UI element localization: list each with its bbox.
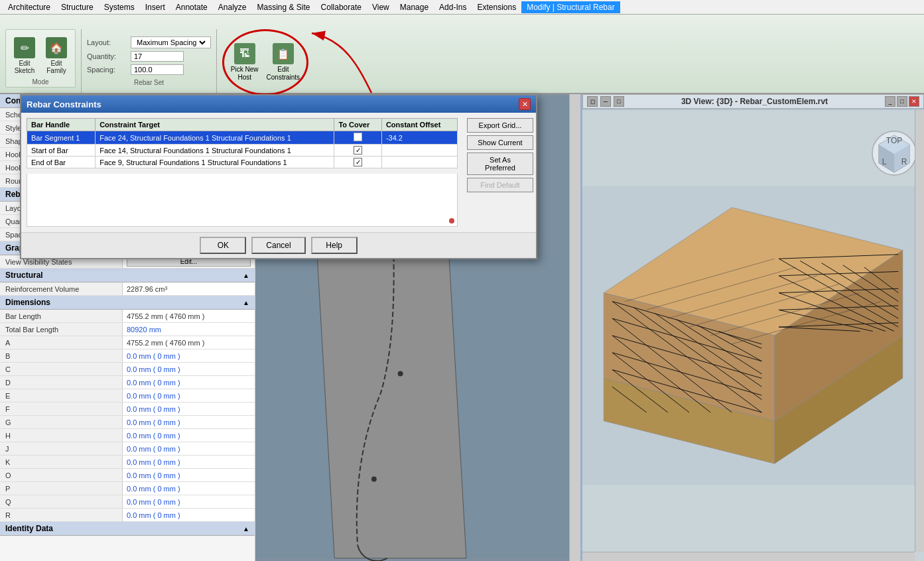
prop-value: 2287.96 cm³ (123, 282, 255, 295)
checkbox[interactable] (354, 133, 362, 141)
cell-constraint-target: Face 14, Structural Foundations 1 Struct… (96, 145, 334, 156)
ok-button[interactable]: OK (200, 237, 246, 254)
edit-sketch-button[interactable]: ✏ EditSketch (10, 35, 39, 76)
menu-view[interactable]: View (367, 1, 395, 13)
view-3d-content[interactable]: TOP L R (582, 110, 924, 561)
edit-constraints-label: EditConstraints (267, 66, 300, 82)
menu-structure[interactable]: Structure (56, 1, 99, 13)
dialog-table-content: Bar Handle Constraint Target To Cover Co… (21, 113, 463, 232)
menu-bar: Architecture Structure Systems Insert An… (0, 0, 924, 15)
prop-row: F0.0 mm ( 0 mm ) (0, 403, 255, 416)
menu-insert[interactable]: Insert (140, 1, 170, 13)
menu-collaborate[interactable]: Collaborate (316, 1, 367, 13)
col-constant-offset: Constant Offset (381, 119, 457, 131)
checkbox[interactable] (354, 146, 362, 155)
view-3d-min-btn[interactable]: _ (885, 96, 895, 107)
viewport-scrollbar-2d[interactable] (569, 94, 578, 561)
prop-value: 0.0 mm ( 0 mm ) (123, 509, 255, 521)
prop-row: D0.0 mm ( 0 mm ) (0, 376, 255, 389)
dialog-inner-layout: Bar Handle Constraint Target To Cover Co… (21, 113, 536, 232)
host-panel: 🏗 Pick NewHost 📋 EditConstraints (222, 29, 308, 95)
spacing-value[interactable]: 100.0 (131, 64, 184, 75)
export-grid-button[interactable]: Export Grid... (467, 118, 533, 133)
menu-modify-structural-rebar[interactable]: Modify | Structural Rebar (521, 1, 620, 13)
prop-row: Total Bar Length80920 mm (0, 323, 255, 336)
prop-row: A4755.2 mm ( 4760 mm ) (0, 336, 255, 349)
rebar-set-group-label: Rebar Set (87, 79, 211, 86)
col-bar-handle: Bar Handle (27, 119, 96, 131)
table-row[interactable]: Start of BarFace 14, Structural Foundati… (27, 145, 458, 156)
edit-sketch-label: EditSketch (15, 60, 35, 74)
view-3d-maximize-button[interactable]: □ (614, 96, 624, 107)
prop-label: P (0, 482, 123, 495)
prop-value: 0.0 mm ( 0 mm ) (123, 376, 255, 389)
menu-addins[interactable]: Add-Ins (434, 1, 472, 13)
prop-label: J (0, 442, 123, 455)
edit-family-button[interactable]: 🏠 EditFamily (42, 35, 71, 76)
ribbon: ✏ EditSketch 🏠 EditFamily Mode Layout: M… (0, 15, 924, 94)
view-3d-max-btn[interactable]: □ (897, 96, 907, 107)
menu-architecture[interactable]: Architecture (3, 1, 56, 13)
dialog-titlebar: Rebar Constraints ✕ (21, 95, 536, 113)
edit-constraints-button[interactable]: 📋 EditConstraints (264, 40, 303, 84)
view-3d-panel: ◻ ─ □ 3D View: {3D} - Rebar_CustomElem.r… (582, 94, 924, 561)
section-header-identity-data[interactable]: Identity Data▲ (0, 522, 255, 536)
prop-label: E (0, 389, 123, 402)
menu-massing[interactable]: Massing & Site (252, 1, 316, 13)
spacing-label: Spacing: (87, 66, 127, 74)
cell-to-cover[interactable] (334, 131, 381, 145)
layout-value[interactable]: Maximum Spacing (131, 36, 211, 48)
table-row[interactable]: Bar Segment 1Face 24, Structural Foundat… (27, 131, 458, 145)
quantity-row: Quantity: 17 (87, 51, 211, 62)
edit-sketch-icon: ✏ (14, 37, 35, 58)
section-header-dimensions[interactable]: Dimensions▲ (0, 296, 255, 310)
constraint-table: Bar Handle Constraint Target To Cover Co… (27, 118, 458, 168)
layout-select[interactable]: Maximum Spacing (134, 38, 208, 47)
view-cube[interactable]: TOP L R (871, 130, 911, 170)
cell-bar-handle: Bar Segment 1 (27, 131, 96, 145)
view-3d-minimize-button[interactable]: ─ (600, 96, 611, 107)
cancel-button[interactable]: Cancel (251, 237, 305, 254)
section-header-structural[interactable]: Structural▲ (0, 269, 255, 282)
prop-label: Total Bar Length (0, 323, 123, 336)
view-3d-scrollbar-vertical[interactable] (915, 110, 924, 552)
pick-new-host-icon: 🏗 (234, 43, 255, 64)
menu-annotate[interactable]: Annotate (170, 1, 213, 13)
prop-value: 0.0 mm ( 0 mm ) (123, 416, 255, 428)
prop-label: R (0, 509, 123, 521)
menu-manage[interactable]: Manage (395, 1, 434, 13)
prop-row: Reinforcement Volume2287.96 cm³ (0, 282, 255, 296)
prop-value: 0.0 mm ( 0 mm ) (123, 482, 255, 495)
prop-value: 4755.2 mm ( 4760 mm ) (123, 310, 255, 322)
prop-row: C0.0 mm ( 0 mm ) (0, 363, 255, 376)
rebar-constraints-dialog: Rebar Constraints ✕ Bar Handle Constrain… (20, 94, 537, 259)
cell-bar-handle: Start of Bar (27, 145, 96, 156)
menu-analyze[interactable]: Analyze (213, 1, 252, 13)
help-button[interactable]: Help (311, 237, 358, 254)
menu-extensions[interactable]: Extensions (472, 1, 521, 13)
prop-label: C (0, 363, 123, 375)
menu-systems[interactable]: Systems (99, 1, 140, 13)
view-3d-scrollbar-horizontal[interactable] (582, 552, 915, 561)
prop-label: B (0, 349, 123, 362)
prop-label: G (0, 416, 123, 428)
dialog-close-button[interactable]: ✕ (519, 98, 531, 110)
view-3d-close-btn[interactable]: ✕ (909, 96, 919, 107)
checkbox[interactable] (354, 158, 362, 166)
dialog-table-area: Bar Handle Constraint Target To Cover Co… (21, 113, 463, 232)
view-3d-title: 3D View: {3D} - Rebar_CustomElem.rvt (681, 97, 828, 106)
view-3d-restore-button[interactable]: ◻ (587, 96, 598, 107)
table-row[interactable]: End of BarFace 9, Structural Foundations… (27, 156, 458, 168)
prop-row: Bar Length4755.2 mm ( 4760 mm ) (0, 310, 255, 323)
rebar-set-panel: Layout: Maximum Spacing Quantity: 17 Spa… (81, 29, 217, 93)
view-cube-svg: TOP L R (871, 130, 917, 176)
quantity-value[interactable]: 17 (131, 51, 184, 62)
prop-label: Reinforcement Volume (0, 282, 123, 295)
show-current-button[interactable]: Show Current (467, 135, 533, 150)
set-as-preferred-button[interactable]: Set As Preferred (467, 153, 533, 175)
cell-to-cover[interactable] (334, 145, 381, 156)
cell-to-cover[interactable] (334, 156, 381, 168)
pick-new-host-button[interactable]: 🏗 Pick NewHost (228, 40, 261, 84)
spacing-row: Spacing: 100.0 (87, 64, 211, 75)
find-default-button[interactable]: Find Default (467, 178, 533, 192)
